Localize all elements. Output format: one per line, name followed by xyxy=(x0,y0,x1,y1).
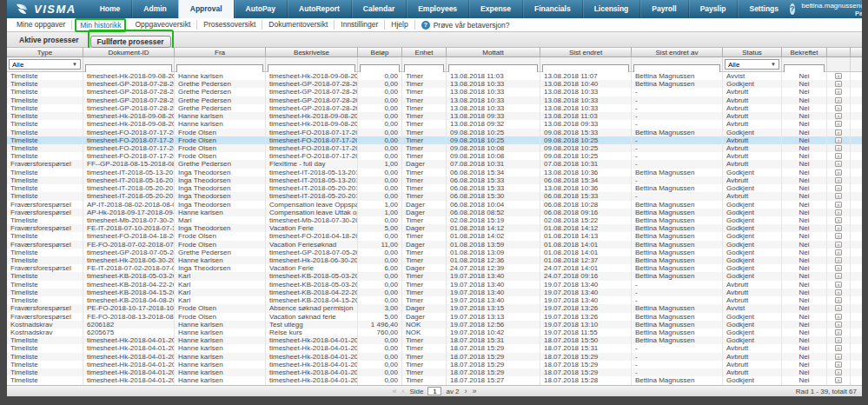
table-row[interactable]: Timelistetimesheet-KB-2018-04-08-2018-07… xyxy=(7,296,862,304)
next-page-icon[interactable]: › xyxy=(462,387,470,395)
table-row[interactable]: Timelistetimesheet-IT-2018-05-20-2018-08… xyxy=(7,184,862,192)
nav-tab-financials[interactable]: Financials xyxy=(522,0,582,18)
nav-tab-payroll[interactable]: Payroll xyxy=(639,0,687,18)
row-detail-arrow-icon[interactable]: › xyxy=(835,362,842,368)
column-header-dokument-id[interactable]: Dokument-ID xyxy=(83,48,175,56)
table-row[interactable]: Timelistetimesheet-GP-2018-07-05-2018-07… xyxy=(7,249,862,256)
table-row[interactable]: Timelistetimesheet-Hk-2018-04-01-2018-06… xyxy=(7,336,862,344)
row-detail-arrow-icon[interactable]: › xyxy=(835,185,842,191)
table-row[interactable]: Timelistetimesheet-IT-2018-05-16-2018-08… xyxy=(7,176,862,184)
column-header-bekreftet[interactable]: Bekreftet xyxy=(782,48,827,56)
table-row[interactable]: Timelistetimesheet-Hk-2018-04-01-2018-06… xyxy=(7,368,862,376)
row-detail-arrow-icon[interactable]: › xyxy=(835,89,842,95)
row-detail-arrow-icon[interactable]: › xyxy=(835,81,842,87)
table-row[interactable]: Timelistetimesheet-Hk-2018-06-30-2018-09… xyxy=(7,256,862,264)
row-detail-arrow-icon[interactable]: › xyxy=(835,129,842,136)
prev-page-icon[interactable]: ‹ xyxy=(399,387,407,395)
column-header-status[interactable]: Status xyxy=(723,48,782,56)
row-detail-arrow-icon[interactable]: › xyxy=(835,153,842,159)
table-row[interactable]: FraværsforespørselAP-IT-2018-08-02-2018-… xyxy=(7,201,862,209)
row-detail-arrow-icon[interactable]: › xyxy=(835,73,842,79)
column-header-beskrivelse[interactable]: Beskrivelse xyxy=(266,48,358,56)
visma-logo[interactable]: VISMA xyxy=(7,0,89,18)
row-detail-arrow-icon[interactable]: › xyxy=(835,113,842,119)
row-detail-arrow-icon[interactable]: › xyxy=(835,345,842,351)
row-detail-arrow-icon[interactable]: › xyxy=(835,202,842,208)
row-detail-arrow-icon[interactable]: › xyxy=(835,273,842,279)
table-row[interactable]: FraværsforespørselPE-FO-2018-10-17-2018-… xyxy=(7,304,862,312)
last-page-icon[interactable]: » xyxy=(470,387,480,395)
table-row[interactable]: Timelistetimesheet-KB-2018-04-22-2018-07… xyxy=(7,281,862,289)
row-detail-arrow-icon[interactable]: › xyxy=(835,121,842,127)
nav-tab-autopay[interactable]: AutoPay xyxy=(234,0,287,18)
row-detail-arrow-icon[interactable]: › xyxy=(835,314,842,320)
subnav-item-oppgaveoversikt[interactable]: Oppgaveoversikt xyxy=(129,20,197,30)
table-row[interactable]: FraværsforespørselAP-Hk-2018-09-17-2018-… xyxy=(7,209,862,216)
type-filter-select[interactable]: Alle▼ xyxy=(9,59,81,70)
table-row[interactable]: Timelistetimesheet-Hk-2018-04-01-2018-06… xyxy=(7,353,862,361)
row-detail-arrow-icon[interactable]: › xyxy=(835,337,842,343)
user-menu[interactable]: bettina.magnussen@visma.com Payroll Bett… xyxy=(802,2,863,17)
table-row[interactable]: Timelistetimesheet-Hk-2018-09-08-2018-09… xyxy=(7,72,862,80)
table-row[interactable]: FraværsforespørselFE-IT-2018-07-02-2018-… xyxy=(7,264,862,272)
table-row[interactable]: FraværsforespørselFF--GP-2018-08-15-2018… xyxy=(7,160,862,168)
subnav-item-beta-promo[interactable]: ?Prøve vår betaversjon? xyxy=(415,21,516,30)
table-row[interactable]: Timelistetimesheet-Hk-2018-04-01-2018-06… xyxy=(7,361,862,368)
nav-tab-calendar[interactable]: Calendar xyxy=(351,0,406,18)
row-detail-arrow-icon[interactable]: › xyxy=(835,161,842,167)
table-row[interactable]: Kostnadskrav6205675Hanne karlsenReise ku… xyxy=(7,329,862,336)
page-number-input[interactable] xyxy=(427,387,441,395)
row-detail-arrow-icon[interactable]: › xyxy=(835,145,842,151)
column-header-sist-endret-av[interactable]: Sist endret av xyxy=(632,48,723,56)
column-header-belop[interactable]: Beløp xyxy=(358,48,402,56)
row-detail-arrow-icon[interactable]: › xyxy=(835,377,842,383)
table-row[interactable]: Timelistetimesheet-Mb-2018-07-30-2018-07… xyxy=(7,216,862,224)
status-filter-select[interactable]: Alle▼ xyxy=(725,59,779,70)
table-row[interactable]: Timelistetimesheet-IT-2018-05-20-2018-08… xyxy=(7,192,862,200)
table-row[interactable]: FraværsforespørselFE-FO-2018-07-02-2018-… xyxy=(7,241,862,249)
row-detail-arrow-icon[interactable]: › xyxy=(835,217,842,223)
table-row[interactable]: FraværsforespørselFE-FO-2018-08-13-2018-… xyxy=(7,313,862,321)
row-detail-arrow-icon[interactable]: › xyxy=(835,177,842,183)
table-row[interactable]: Timelistetimesheet-GP-2018-07-28-2018-07… xyxy=(7,104,862,112)
row-detail-arrow-icon[interactable]: › xyxy=(835,354,842,360)
row-detail-arrow-icon[interactable]: › xyxy=(835,282,842,288)
row-detail-arrow-icon[interactable]: › xyxy=(835,137,842,143)
table-row[interactable]: Timelistetimesheet-KB-2018-04-15-2018-07… xyxy=(7,289,862,296)
column-header-sist-endret[interactable]: Sist endret xyxy=(540,48,632,56)
tab-fullforte-prosesser[interactable]: Fullførte prosesser xyxy=(90,36,171,48)
nav-tab-admin[interactable]: Admin xyxy=(131,0,177,18)
nav-tab-employees[interactable]: Employees xyxy=(406,0,468,18)
row-detail-arrow-icon[interactable]: › xyxy=(835,305,842,311)
nav-tab-approval[interactable]: Approval xyxy=(178,0,234,18)
table-row[interactable]: Timelistetimesheet-Hk-2018-04-01-2018-06… xyxy=(7,344,862,352)
row-detail-arrow-icon[interactable]: › xyxy=(835,97,842,103)
row-detail-arrow-icon[interactable]: › xyxy=(835,105,842,111)
table-row[interactable]: Timelistetimesheet-FO-2018-04-18-2018-07… xyxy=(7,232,862,240)
row-detail-arrow-icon[interactable]: › xyxy=(835,193,842,199)
row-detail-arrow-icon[interactable]: › xyxy=(835,233,842,239)
table-row[interactable]: Timelistetimesheet-FO-2018-07-17-2018-07… xyxy=(7,136,862,144)
tab-aktive-prosesser[interactable]: Aktive prosesser xyxy=(19,36,79,44)
column-header-type[interactable]: Type xyxy=(7,48,83,56)
row-detail-arrow-icon[interactable]: › xyxy=(835,329,842,335)
table-row[interactable]: Timelistetimesheet-IT-2018-05-13-2018-08… xyxy=(7,169,862,176)
row-detail-arrow-icon[interactable]: › xyxy=(835,225,842,231)
table-row[interactable]: Timelistetimesheet-KB-2018-05-03-2018-07… xyxy=(7,272,862,280)
table-row[interactable]: Timelistetimesheet-Hk-2018-09-08-2018-09… xyxy=(7,120,862,128)
first-page-icon[interactable]: « xyxy=(389,387,399,395)
column-header-fra[interactable]: Fra xyxy=(175,48,266,56)
table-row[interactable]: FraværsforespørselFE-IT-2018-07-10-2018-… xyxy=(7,224,862,232)
table-row[interactable]: Kostnadskrav6206182Hanne karlsenTest utl… xyxy=(7,321,862,329)
table-row[interactable]: Timelistetimesheet-FO-2018-07-17-2018-07… xyxy=(7,144,862,152)
nav-tab-autoreport[interactable]: AutoReport xyxy=(287,0,351,18)
table-row[interactable]: Timelistetimesheet-GP-2018-07-28-2018-07… xyxy=(7,80,862,88)
row-detail-arrow-icon[interactable]: › xyxy=(835,369,842,375)
table-row[interactable]: Timelistetimesheet-FO-2018-07-17-2018-07… xyxy=(7,152,862,160)
nav-tab-payslip[interactable]: Payslip xyxy=(688,0,738,18)
subnav-item-mine-oppgaver[interactable]: Mine oppgaver xyxy=(10,20,72,30)
column-header-mottatt[interactable]: Mottatt xyxy=(447,48,540,56)
row-detail-arrow-icon[interactable]: › xyxy=(835,249,842,256)
table-row[interactable]: Timelistetimesheet-GP-2018-07-28-2018-07… xyxy=(7,88,862,96)
nav-tab-licensing[interactable]: Licensing xyxy=(582,0,640,18)
